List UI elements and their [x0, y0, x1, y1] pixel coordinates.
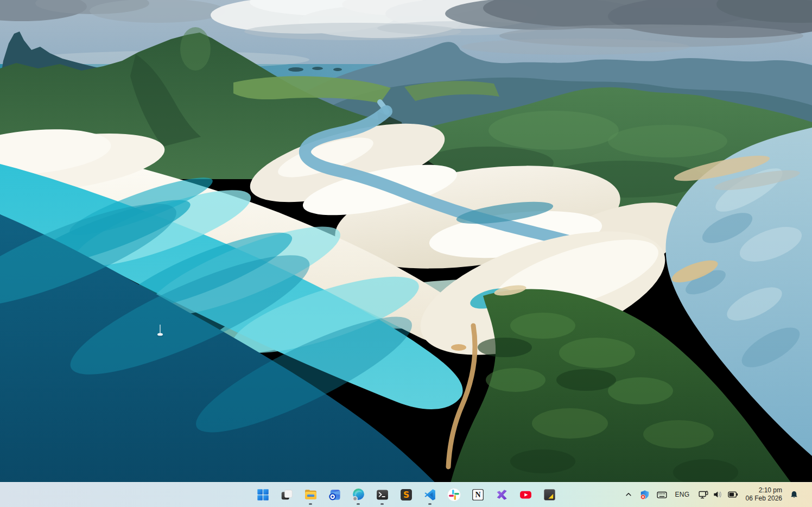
slack-icon [447, 488, 461, 502]
vscode-icon [423, 488, 437, 502]
terminal-icon [376, 488, 389, 502]
file-explorer-icon [304, 488, 318, 502]
battery-icon [728, 491, 738, 498]
start-button[interactable] [251, 483, 275, 506]
clock-time: 2:10 pm [759, 486, 782, 494]
svg-text:S: S [403, 490, 409, 499]
alert-badge [641, 495, 646, 499]
touch-keyboard-button[interactable] [653, 485, 670, 504]
youtube-icon [519, 488, 532, 502]
touch-keyboard-icon [657, 490, 667, 499]
desktop[interactable]: S N [0, 0, 812, 507]
system-tray: ENG 2:10 pm 06 Feb [620, 482, 812, 507]
wallpaper [0, 0, 812, 507]
task-view-button[interactable] [275, 483, 299, 506]
edge-profile-badge [352, 496, 357, 501]
visual-studio-button[interactable] [490, 483, 513, 506]
notion-button[interactable]: N [466, 483, 490, 506]
taskbar-app-group: S N [251, 482, 561, 507]
tray-overflow-button[interactable] [620, 485, 637, 504]
notification-center-button[interactable] [786, 485, 802, 504]
sublime-text-button[interactable]: S [394, 483, 418, 506]
volume-icon [713, 490, 723, 499]
taskbar: S N [0, 482, 812, 507]
windows-logo-icon [256, 488, 270, 502]
task-view-icon [280, 488, 294, 502]
notes-icon [543, 488, 556, 502]
outlook-button[interactable] [322, 483, 346, 506]
quick-settings-button[interactable] [694, 485, 743, 504]
notion-icon: N [471, 488, 485, 502]
show-desktop-strip[interactable] [802, 482, 805, 507]
vscode-button[interactable] [418, 483, 442, 506]
language-indicator[interactable]: ENG [670, 485, 694, 504]
visual-studio-icon [495, 488, 509, 502]
notes-button[interactable] [537, 483, 561, 506]
youtube-button[interactable] [513, 483, 537, 506]
edge-button[interactable] [346, 483, 370, 506]
clock-date: 06 Feb 2026 [746, 495, 782, 502]
slack-button[interactable] [442, 483, 466, 506]
svg-text:N: N [475, 490, 480, 499]
edge-icon [352, 488, 365, 502]
notification-bell-icon [790, 490, 798, 499]
file-explorer-button[interactable] [299, 483, 322, 506]
clock[interactable]: 2:10 pm 06 Feb 2026 [743, 485, 785, 504]
defender-shield-icon [640, 490, 650, 499]
chevron-up-icon [625, 491, 632, 498]
outlook-icon [328, 488, 341, 502]
network-ethernet-icon [699, 490, 708, 499]
defender-alert-button[interactable] [637, 485, 653, 504]
terminal-button[interactable] [370, 483, 394, 506]
sublime-text-icon: S [399, 488, 413, 502]
